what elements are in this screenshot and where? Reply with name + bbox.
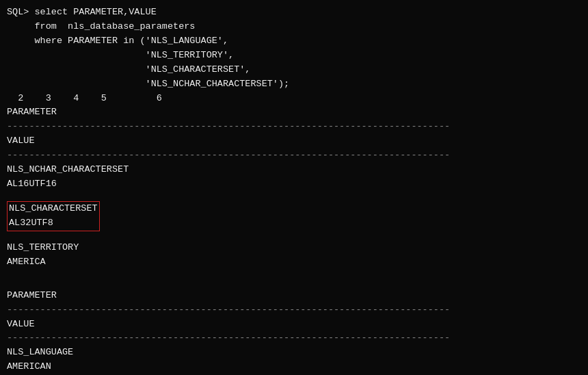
col-numbers: 2 3 4 5 6 [7, 92, 581, 106]
gap-2 [7, 231, 581, 241]
language-param: NLS_LANGUAGE [7, 346, 581, 360]
param-header-1: PARAMETER [7, 105, 581, 120]
sql-line-4: 'NLS_TERRITORY', [7, 49, 581, 63]
gap-1 [7, 192, 581, 201]
gap-3 [7, 270, 581, 279]
divider-2: ----------------------------------------… [7, 148, 581, 163]
terminal-window: SQL> select PARAMETER,VALUE from nls_dat… [0, 0, 588, 375]
territory-param: NLS_TERRITORY [7, 241, 581, 255]
nchar-value: AL16UTF16 [7, 177, 581, 192]
divider-1: ----------------------------------------… [7, 120, 581, 134]
value-header-2: VALUE [7, 318, 581, 332]
sql-line-3: where PARAMETER in ('NLS_LANGUAGE', [7, 34, 581, 49]
divider-3: ----------------------------------------… [7, 303, 581, 318]
sql-line-1: SQL> select PARAMETER,VALUE [7, 5, 581, 20]
value-header-1: VALUE [7, 134, 581, 148]
divider-4: ----------------------------------------… [7, 331, 581, 346]
nchar-param: NLS_NCHAR_CHARACTERSET [7, 163, 581, 177]
highlight-box: NLS_CHARACTERSET AL32UTF8 [7, 201, 100, 231]
territory-value: AMERICA [7, 255, 581, 270]
language-value: AMERICAN [7, 360, 581, 374]
charset-row: NLS_CHARACTERSET AL32UTF8 [7, 201, 581, 231]
gap-4 [7, 279, 581, 289]
param-header-2: PARAMETER [7, 289, 581, 303]
sql-line-2: from nls_database_parameters [7, 20, 581, 34]
sql-line-6: 'NLS_NCHAR_CHARACTERSET'); [7, 77, 581, 92]
sql-line-5: 'NLS_CHARACTERSET', [7, 63, 581, 77]
